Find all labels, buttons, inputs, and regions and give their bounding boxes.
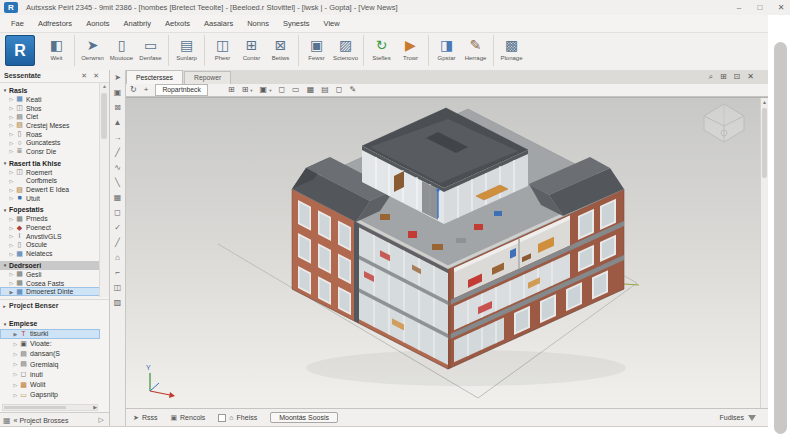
ribbon-tool-gpstar[interactable]: ◨Gpstar [432,34,461,62]
constraints-status[interactable]: ▣Rencols [170,414,205,422]
grid-view-icon[interactable]: ⊞ [228,84,235,96]
line-tool-icon[interactable]: ╱ [110,145,125,160]
tree-item-crestej-meses[interactable]: ▷▨Crestej Meses [0,121,100,130]
tree-item-roas[interactable]: ▷▯Roas [0,130,100,139]
level-tool-icon[interactable]: ▲ [110,115,125,130]
tree-item-poenect[interactable]: ▷◆Poenect [0,223,100,232]
expander-icon[interactable]: ▷ [8,131,15,137]
viewport-vertical-scrollbar[interactable]: ▲ [760,98,768,409]
expander-icon[interactable]: ▷ [8,225,15,231]
tree-item-oscule[interactable]: ▷▯Oscule [0,241,100,250]
collapse-chevron[interactable]: « [14,417,18,424]
tile-icon[interactable]: ⊞ [720,72,727,81]
tree-item-dansan-s[interactable]: ▷▤dansan(S [0,349,100,359]
ribbon-tool-trowr[interactable]: ▶Trowr [396,34,425,62]
application-menu-button[interactable]: R [5,35,35,66]
tree-item-inuti[interactable]: ▷◻inuti [0,369,100,379]
tab-pesctersses[interactable]: Pesctersses [126,70,183,84]
box-tool-icon[interactable]: ◻ [110,205,125,220]
hint-status[interactable]: ➤Rsss [133,414,157,422]
expander-icon[interactable]: ▶ [8,289,15,295]
menu-item-view[interactable]: View [317,15,347,33]
app-logo-icon[interactable]: R [4,2,18,13]
dropdown-arrow-icon[interactable]: ▾ [269,88,271,93]
region-tool-icon[interactable]: ▦ [110,190,125,205]
tree-section-fopestatis[interactable]: ▾Fopestatis [0,205,100,215]
maximize-button[interactable]: □ [755,3,765,12]
tree-item-doamenel-it-theds[interactable]: ▷↻Doamenel it theds [0,296,100,297]
cascade-icon[interactable]: ▤ [321,84,329,96]
tree-item-tisurki[interactable]: ▶Ttisurki [0,329,100,339]
scrollbar-thumb[interactable] [4,406,66,409]
expander-icon[interactable]: ▷ [8,105,15,111]
view-menu-icon[interactable]: ▣ [260,84,268,96]
tree-item-anvstivgls[interactable]: ▷IAnvstivGLS [0,232,100,241]
panel-horizontal-scrollbar[interactable]: ▶ [2,404,98,411]
unlock-icon[interactable]: ◻ [336,84,343,96]
close-button[interactable]: ✕ [776,3,786,12]
sync-icon[interactable]: ↻ [130,84,137,96]
expander-icon[interactable]: ▷ [12,361,19,367]
expander-icon[interactable]: ▷ [12,351,19,357]
ribbon-tool-weit[interactable]: ◧Weit [42,34,71,62]
tree-item-wolit[interactable]: ▷▩Wolit [0,379,100,389]
tree-section-empiese[interactable]: ▾Empiese [0,319,100,329]
expander-icon[interactable]: ▷ [8,271,15,277]
tree-item-consr-die[interactable]: ▷≣Consr Die [0,147,100,156]
tree-vertical-scrollbar[interactable]: ▲ [99,83,109,297]
scroll-right-icon[interactable]: ▶ [93,404,97,411]
menu-item-fae[interactable]: Fae [4,15,31,33]
expander-icon[interactable]: ▷ [8,140,15,146]
expander-icon[interactable]: ▷ [8,169,15,175]
ribbon-tool-oerwrsn[interactable]: ➤Oerwrsn [78,34,107,62]
expander-icon[interactable]: ▷ [8,122,15,128]
expander-icon[interactable]: ▷ [12,392,19,398]
ribbon-tool-stefles[interactable]: ↻Stefles [367,34,396,62]
close-icon[interactable]: ✕ [747,72,754,81]
menu-item-aasalars[interactable]: Aasalars [197,15,240,33]
zoom-icon[interactable]: ⌕ [708,72,712,82]
expander-icon[interactable]: ▷ [12,371,19,377]
ribbon-tool-phesr[interactable]: ◫Phesr [208,34,237,62]
minimize-button[interactable]: – [734,3,744,12]
scrollbar-thumb[interactable] [762,108,767,178]
tree-item-gapsnitp[interactable]: ▷▭Gapsnitp [0,390,100,400]
tree-section-dedrsoeri[interactable]: ▾Dedrsoeri [0,261,100,271]
hatch-tool-icon[interactable]: ▨ [110,295,125,310]
tree-item-gesli[interactable]: ▷▦Gesli [0,270,100,279]
tree-item-shos[interactable]: ▷◫Shos [0,104,100,113]
section-project-benser[interactable]: ▸ Project Benser [0,299,109,311]
ribbon-tool-moutooe[interactable]: ▯Moutooe [107,34,136,62]
status-mode-button[interactable]: Moontás Soosis [270,412,338,423]
ribbon-tool-fewsr[interactable]: ▣Fewsr [302,34,331,62]
tree-section-rasert-tia-khise[interactable]: ▾Rasert tia Khise [0,158,100,168]
tree-item-dewert-e-idea[interactable]: ▷▨Dewert E Idea [0,185,100,194]
tree-item-neiatecs[interactable]: ▷▦Neiatecs [0,249,100,258]
ribbon-tool-denfase[interactable]: ▭Denfase [136,34,165,62]
menu-item-aonots[interactable]: Aonots [79,15,116,33]
ribbon-tool-plonage[interactable]: ▩Plonage [497,34,526,62]
checkbox[interactable] [218,414,226,422]
tree-item-prneds[interactable]: ▷▦Prneds [0,215,100,224]
expander-icon[interactable]: ▷ [8,233,15,239]
ribbon-tool-betiws[interactable]: ⊠Betiws [266,34,295,62]
panel-pin-icon[interactable]: ✕ [81,70,87,82]
attach-icon[interactable]: ✎ [349,84,356,96]
menu-item-adfrestors[interactable]: Adfrestors [31,15,79,33]
menu-item-anatbriy[interactable]: Anatbriy [116,15,158,33]
expander-icon[interactable]: ▷ [8,114,15,120]
expander-icon[interactable]: ▷ [8,195,15,201]
expander-icon[interactable]: ▷ [12,341,19,347]
expander-icon[interactable]: ▷ [12,382,19,388]
tree-item-corfbmels[interactable]: ▷Corfbmels [0,177,100,186]
section-tool-icon[interactable]: ⊠ [110,100,125,115]
window-icon[interactable]: ▭ [292,84,300,96]
expander-icon[interactable]: ▷ [8,280,15,286]
expander-icon[interactable]: ▷ [8,187,15,193]
measure-tool-icon[interactable]: ╱ [110,235,125,250]
dropdown-arrow-icon[interactable]: ▾ [250,88,252,93]
grid-menu-icon[interactable]: ⊞ [242,84,249,96]
tree-item-keati[interactable]: ▷▦Keati [0,95,100,104]
pan-icon[interactable]: + [144,84,149,96]
tiles-icon[interactable]: ▦ [307,84,315,96]
